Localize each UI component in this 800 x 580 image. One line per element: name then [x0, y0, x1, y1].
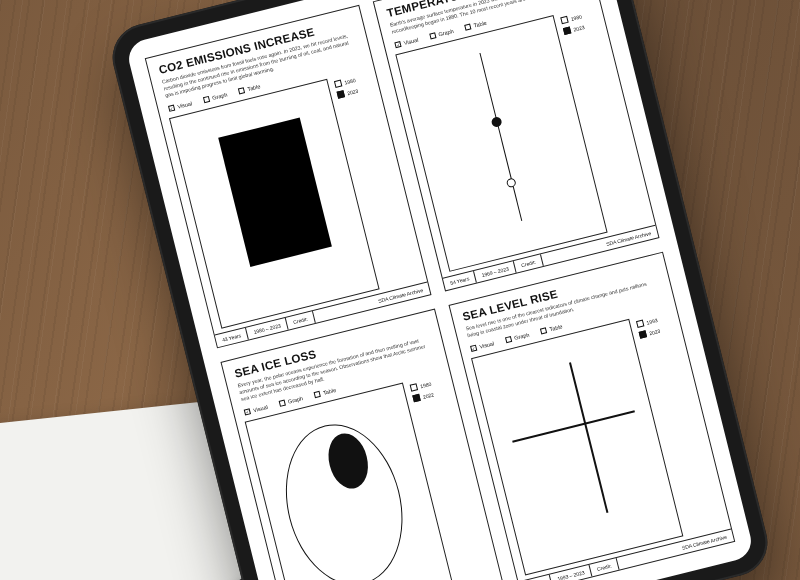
vertical-line-icon	[479, 53, 522, 221]
vertical-bar-icon	[569, 362, 609, 513]
hollow-dot-icon	[506, 177, 517, 188]
filled-dot-icon	[490, 116, 502, 128]
black-square-icon	[218, 118, 331, 268]
tablet-screen: CO2 EMISSIONS INCREASE Carbon dioxide em…	[125, 0, 755, 580]
card-sea-level: SEA LEVEL RISE Sea level rise is one of …	[448, 252, 735, 580]
horizontal-bar-icon	[512, 410, 634, 442]
